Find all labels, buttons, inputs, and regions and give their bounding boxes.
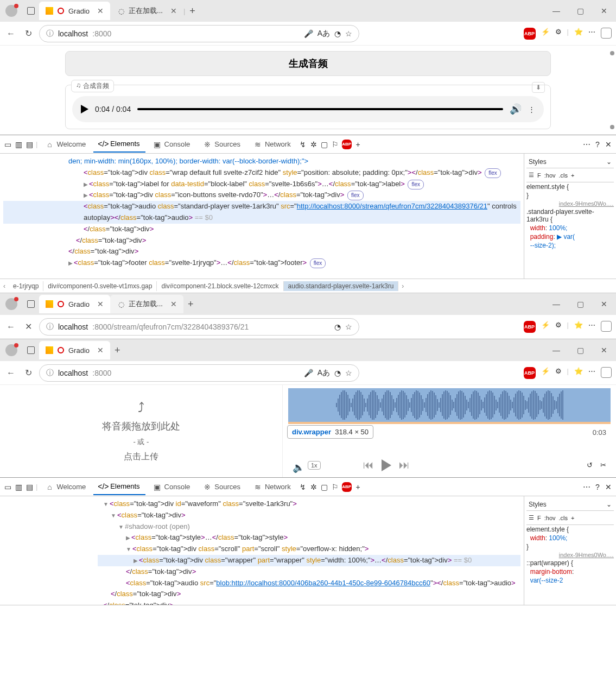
scroll-up-icon[interactable] <box>610 51 614 55</box>
adblock-icon[interactable]: ABP <box>524 321 536 333</box>
tab-close-icon[interactable]: ✕ <box>97 346 104 355</box>
profile-avatar[interactable] <box>5 344 17 356</box>
minimize-button[interactable]: — <box>544 300 568 308</box>
tab-close-icon[interactable]: ✕ <box>170 7 177 15</box>
inspect-icon[interactable]: ▭ <box>3 483 12 491</box>
workspace-icon[interactable] <box>27 346 35 354</box>
menu-icon[interactable]: ⋯ <box>588 367 595 379</box>
progress-bar[interactable] <box>137 108 503 110</box>
url-input[interactable]: ⓘ localhost:8000 🎤 Aあ ◔ ☆ <box>39 364 359 382</box>
back-button[interactable]: ← <box>4 366 17 380</box>
tab-loading[interactable]: ◌ 正在加载... ✕ <box>110 295 183 313</box>
scroll-down-icon[interactable] <box>610 125 614 129</box>
perf-icon[interactable]: ↯ <box>299 140 307 149</box>
dom-tree[interactable]: den; min-width: min(160px, 100%); border… <box>0 154 524 279</box>
new-tab-button[interactable]: + <box>188 299 194 310</box>
mic-icon[interactable]: 🎤 <box>304 369 313 377</box>
dock-icon[interactable]: ▤ <box>25 483 34 491</box>
sidebar-icon[interactable] <box>601 321 612 332</box>
generate-audio-button[interactable]: 生成音频 <box>65 51 551 76</box>
download-button[interactable]: ⬇ <box>532 82 545 93</box>
sidebar-icon[interactable] <box>601 28 612 39</box>
dt-network[interactable]: ≋Network <box>248 137 296 152</box>
profile-avatar[interactable] <box>5 298 17 310</box>
favorite-icon[interactable]: ☆ <box>345 369 352 377</box>
url-input[interactable]: ⓘ localhost:8000/stream/qfeufron7cm/3228… <box>39 318 359 336</box>
dt-elements[interactable]: </>Elements <box>93 136 145 153</box>
add-rule-icon[interactable]: + <box>571 172 574 179</box>
extensions-icon[interactable]: ⚙ <box>555 321 562 333</box>
dt-welcome[interactable]: ⌂Welcome <box>40 479 91 495</box>
abp-devtools-icon[interactable]: ABP <box>342 482 352 492</box>
favorites-bar-icon[interactable]: ⭐ <box>574 28 583 40</box>
speed-button[interactable]: 1x <box>308 461 321 470</box>
mute-icon[interactable]: 🔈 <box>293 462 300 469</box>
dt-network[interactable]: ≋Network <box>248 479 296 495</box>
device-icon[interactable]: ▥ <box>14 140 23 149</box>
sec-icon[interactable]: ⚐ <box>331 140 340 149</box>
help-icon[interactable]: ? <box>593 140 602 149</box>
dock-icon[interactable]: ▤ <box>25 140 34 149</box>
new-tab-button[interactable]: + <box>115 345 120 356</box>
device-icon[interactable]: ▥ <box>14 483 23 491</box>
profile-avatar[interactable] <box>5 5 17 17</box>
maximize-button[interactable]: ▢ <box>568 300 592 308</box>
adblock-icon[interactable]: ABP <box>524 367 536 379</box>
filter-icon[interactable]: ☰ <box>529 172 534 179</box>
chevron-down-icon[interactable]: ⌄ <box>606 158 612 166</box>
audio-player[interactable]: 0:04 / 0:04 🔊 ⋮ <box>72 96 544 122</box>
back-button[interactable]: ← <box>4 320 17 333</box>
dt-sources[interactable]: ※Sources <box>198 137 246 152</box>
cut-icon[interactable]: ✂ <box>600 461 606 469</box>
translate-icon[interactable]: Aあ <box>317 368 330 378</box>
refresh-button[interactable]: ↻ <box>22 366 35 380</box>
mem-icon[interactable]: ✲ <box>309 140 318 149</box>
workspace-icon[interactable] <box>27 300 35 308</box>
close-button[interactable]: ✕ <box>592 300 616 308</box>
edge-icon[interactable]: ◔ <box>334 29 341 38</box>
upload-dropzone[interactable]: ⤴ 将音频拖放到此处 - 或 - 点击上传 <box>0 385 282 477</box>
minimize-button[interactable]: — <box>544 7 568 15</box>
close-button[interactable]: ✕ <box>592 7 616 15</box>
crumb-next[interactable]: › <box>398 282 407 290</box>
extensions-icon[interactable]: ⚙ <box>555 367 562 379</box>
extensions-icon[interactable]: ⚙ <box>555 28 562 40</box>
play-button[interactable] <box>81 105 88 113</box>
dt-elements[interactable]: </>Elements <box>93 479 145 495</box>
menu-icon[interactable]: ⋯ <box>588 28 595 40</box>
inspect-icon[interactable]: ▭ <box>3 140 12 149</box>
dt-console[interactable]: ▣Console <box>148 137 196 152</box>
close-button[interactable]: ✕ <box>592 346 616 355</box>
tab-gradio[interactable]: Gradio ✕ <box>39 295 110 313</box>
mic-icon[interactable]: 🎤 <box>304 29 313 38</box>
styles-pane[interactable]: Styles⌄ ☰F:hov.cls+ element.style {}inde… <box>524 154 616 279</box>
dt-close-icon[interactable]: ✕ <box>604 140 613 149</box>
tab-close-icon[interactable]: ✕ <box>170 300 177 308</box>
url-input[interactable]: ⓘ localhost:8000 🎤 Aあ ◔ ☆ <box>39 25 359 42</box>
sidebar-icon[interactable] <box>601 367 612 378</box>
breadcrumbs[interactable]: ‹ e-1rjryqp div#component-0.svelte-vt1mx… <box>0 279 616 293</box>
filter-input[interactable]: F <box>537 172 541 179</box>
styles-pane[interactable]: Styles⌄ ☰F:hov.cls+ element.style { widt… <box>524 496 616 605</box>
tab-close-icon[interactable]: ✕ <box>97 7 104 15</box>
more-icon[interactable]: ⋮ <box>528 105 535 113</box>
ext-icon[interactable]: ⚡ <box>541 28 550 40</box>
favorite-icon[interactable]: ☆ <box>345 29 352 38</box>
translate-icon[interactable]: Aあ <box>317 29 330 39</box>
dom-tree[interactable]: ▼<class="tok-tag">div id="waveform" clas… <box>0 496 524 605</box>
new-tab-button[interactable]: + <box>189 5 195 17</box>
crumb-prev[interactable]: ‹ <box>0 282 9 290</box>
dt-sources[interactable]: ※Sources <box>198 479 246 495</box>
favorites-bar-icon[interactable]: ⭐ <box>574 367 583 379</box>
play-button[interactable] <box>382 459 391 471</box>
skip-fwd-icon[interactable]: ⏭ <box>399 459 410 471</box>
dt-console[interactable]: ▣Console <box>148 479 196 495</box>
dt-welcome[interactable]: ⌂Welcome <box>40 137 91 152</box>
maximize-button[interactable]: ▢ <box>568 346 592 355</box>
volume-icon[interactable]: 🔊 <box>510 103 522 115</box>
maximize-button[interactable]: ▢ <box>568 7 592 15</box>
edge-icon[interactable]: ◔ <box>334 323 341 331</box>
app-icon[interactable]: ▢ <box>320 140 329 149</box>
undo-icon[interactable]: ↺ <box>587 461 593 469</box>
tab-loading[interactable]: ◌ 正在加载... ✕ <box>110 2 183 20</box>
